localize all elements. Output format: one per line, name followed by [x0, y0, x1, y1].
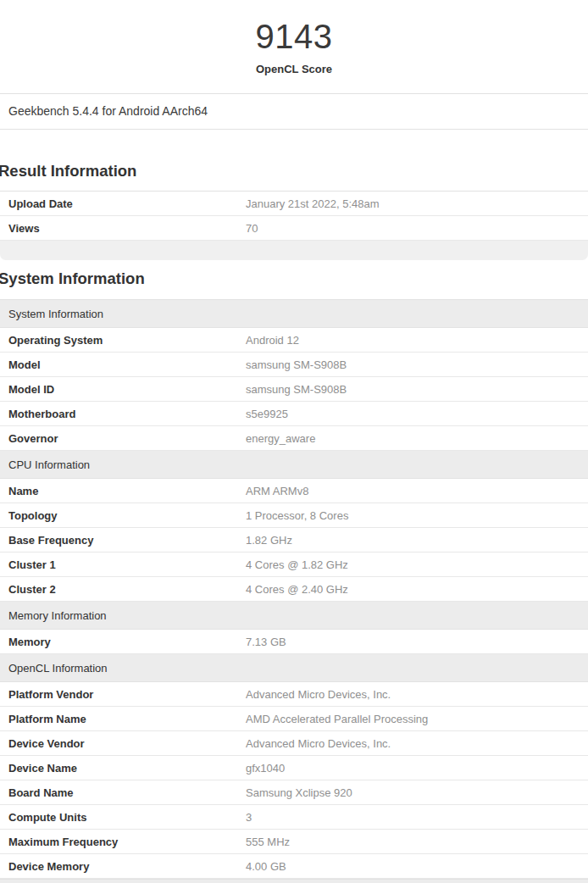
table-row: Cluster 2 4 Cores @ 2.40 GHz — [0, 577, 588, 602]
row-value: 4 Cores @ 2.40 GHz — [246, 583, 348, 596]
subsection-header-memory-information: Memory Information — [0, 602, 588, 630]
row-value: Samsung Xclipse 920 — [246, 786, 352, 799]
table-row: Model ID samsung SM-S908B — [0, 377, 588, 402]
table-row: Name ARM ARMv8 — [0, 479, 588, 503]
table-row: Model samsung SM-S908B — [0, 353, 588, 377]
row-value: 555 MHz — [246, 836, 290, 848]
opencl-score-label: OpenCL Score — [0, 63, 588, 75]
row-value: Android 12 — [246, 334, 299, 347]
subsection-header-cpu-information: CPU Information — [0, 451, 588, 479]
row-label: Views — [0, 222, 246, 235]
row-value: ARM ARMv8 — [246, 485, 308, 497]
table-row: Device Name gfx1040 — [0, 756, 588, 780]
table-row: Operating System Android 12 — [0, 328, 588, 353]
row-label: Cluster 2 — [0, 583, 246, 596]
section-divider-band — [0, 241, 588, 260]
row-value: samsung SM-S908B — [246, 383, 347, 396]
row-value: AMD Accelerated Parallel Processing — [246, 713, 428, 725]
system-information-table: System Information Operating System Andr… — [0, 299, 588, 879]
row-value: 4.00 GB — [246, 860, 286, 873]
table-row: Board Name Samsung Xclipse 920 — [0, 780, 588, 805]
geekbench-result-page: 9143 OpenCL Score Geekbench 5.4.4 for An… — [0, 0, 588, 883]
row-label: Cluster 1 — [0, 558, 246, 571]
row-value: January 21st 2022, 5:48am — [246, 197, 380, 210]
row-label: Device Name — [0, 762, 246, 775]
row-label: Motherboard — [0, 408, 246, 420]
score-section: 9143 OpenCL Score — [0, 0, 588, 94]
table-row: Cluster 1 4 Cores @ 1.82 GHz — [0, 553, 588, 577]
row-label: Board Name — [0, 786, 246, 799]
row-value: s5e9925 — [246, 408, 288, 420]
subsection-header-opencl-information: OpenCL Information — [0, 654, 588, 682]
row-value: samsung SM-S908B — [246, 358, 347, 371]
row-label: Compute Units — [0, 811, 246, 824]
table-row: Topology 1 Processor, 8 Cores — [0, 503, 588, 528]
table-row: Maximum Frequency 555 MHz — [0, 830, 588, 854]
row-value: Advanced Micro Devices, Inc. — [246, 688, 391, 701]
row-label: Device Vendor — [0, 737, 246, 750]
table-row: Governor energy_aware — [0, 426, 588, 451]
row-label: Governor — [0, 432, 246, 445]
table-row: Memory 7.13 GB — [0, 630, 588, 654]
row-label: Device Memory — [0, 860, 246, 873]
result-information-section: Result Information Upload Date January 2… — [0, 162, 588, 260]
subsection-header-system-information: System Information — [0, 300, 588, 328]
row-value: Advanced Micro Devices, Inc. — [246, 737, 391, 750]
row-label: Maximum Frequency — [0, 836, 246, 848]
row-value: 1.82 GHz — [246, 534, 292, 547]
row-label: Base Frequency — [0, 534, 246, 547]
table-row: Views 70 — [0, 216, 588, 241]
row-value: 4 Cores @ 1.82 GHz — [246, 558, 348, 571]
row-label: Operating System — [0, 334, 246, 347]
table-row: Base Frequency 1.82 GHz — [0, 528, 588, 553]
row-value: energy_aware — [246, 432, 315, 445]
row-value: 3 — [246, 811, 252, 824]
next-section-header-partial — [0, 879, 588, 883]
system-information-section: System Information System Information Op… — [0, 269, 588, 883]
row-label: Memory — [0, 636, 246, 648]
row-value: gfx1040 — [246, 762, 285, 775]
system-information-heading: System Information — [0, 269, 588, 288]
table-row: Motherboard s5e9925 — [0, 402, 588, 426]
row-value: 1 Processor, 8 Cores — [246, 509, 348, 522]
table-row: Compute Units 3 — [0, 805, 588, 830]
geekbench-version-bar: Geekbench 5.4.4 for Android AArch64 — [0, 94, 588, 130]
table-row: Device Vendor Advanced Micro Devices, In… — [0, 731, 588, 756]
row-label: Topology — [0, 509, 246, 522]
table-row: Upload Date January 21st 2022, 5:48am — [0, 192, 588, 216]
opencl-score-value: 9143 — [0, 18, 588, 55]
table-row: Device Memory 4.00 GB — [0, 854, 588, 879]
table-row: Platform Name AMD Accelerated Parallel P… — [0, 707, 588, 731]
result-information-heading: Result Information — [0, 162, 588, 180]
row-label: Platform Vendor — [0, 688, 246, 701]
row-value: 70 — [246, 222, 258, 235]
result-information-table: Upload Date January 21st 2022, 5:48am Vi… — [0, 191, 588, 241]
row-label: Model ID — [0, 383, 246, 396]
row-label: Name — [0, 485, 246, 497]
row-label: Platform Name — [0, 713, 246, 725]
row-label: Upload Date — [0, 197, 246, 210]
row-label: Model — [0, 358, 246, 371]
row-value: 7.13 GB — [246, 636, 286, 648]
table-row: Platform Vendor Advanced Micro Devices, … — [0, 682, 588, 707]
